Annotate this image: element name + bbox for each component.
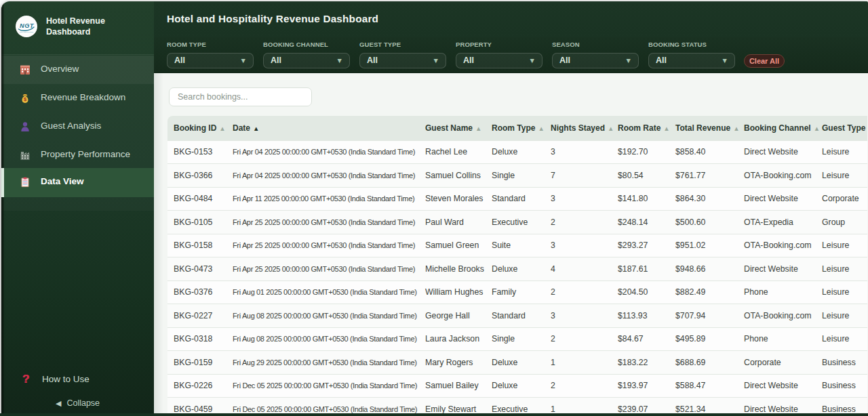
svg-text:NGT SOLUTIONS: NGT SOLUTIONS [20,31,34,33]
svg-text:NGT: NGT [20,22,35,29]
